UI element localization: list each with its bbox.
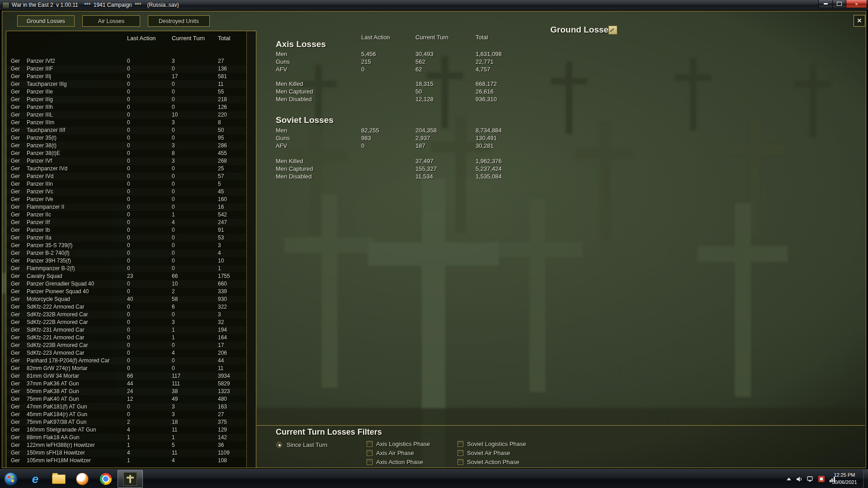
desktop: War in the East 2 v 1.00.11 *** 1941 Cam…: [0, 0, 868, 488]
table-scrollbar[interactable]: [246, 31, 256, 468]
volume-button[interactable]: [796, 476, 803, 483]
axis-losses-heading: Axis Losses: [276, 39, 326, 49]
col-header-last-action: Last Action: [127, 35, 156, 42]
checkbox-label: Soviet Logistics Phase: [467, 441, 526, 447]
table-row: Ger75mm PaK97/38 AT Gun218375: [6, 418, 246, 426]
radio-icon[interactable]: [276, 442, 282, 448]
checkbox-icon[interactable]: [367, 459, 373, 465]
table-row: GerTauchpanzer IVd0025: [6, 165, 246, 173]
summary-row: Men Captured5026,616: [276, 88, 619, 95]
taskbar-apps: e: [24, 469, 143, 488]
antivirus-icon: [818, 476, 825, 482]
table-row: Ger81mm GrW 34 Mortar661173934: [6, 372, 246, 380]
antivirus-tray-button[interactable]: [818, 476, 825, 483]
table-row: Ger45mm PaK184(r) AT Gun0327: [6, 411, 246, 418]
filter-checkbox[interactable]: Axis Logistics Phase: [367, 441, 430, 447]
table-row: GerPanzer IIIF00136: [6, 65, 246, 73]
summary-row: Men82,255204,3588,734,884: [276, 127, 619, 134]
table-row: Ger105mm leFH18M Howitzer14108: [6, 457, 246, 465]
chevron-up-icon: [787, 478, 791, 480]
start-button[interactable]: [4, 472, 18, 486]
checkbox-label: Axis Action Phase: [376, 459, 423, 465]
summary-row: Men5,45630,4931,631,098: [276, 50, 619, 58]
table-row: GerCavalry Squad23661755: [6, 272, 246, 280]
summary-row: Men Captured155,3275,237,424: [276, 165, 619, 173]
summary-header: Last Action Current Turn Total: [276, 33, 619, 41]
checkbox-label: Axis Air Phase: [376, 450, 414, 456]
maximize-icon: [837, 2, 842, 6]
show-desktop-button[interactable]: [863, 469, 868, 488]
checkbox-icon[interactable]: [367, 441, 373, 447]
table-row: GerPanzer IIIL010220: [6, 111, 246, 119]
close-window-button[interactable]: ×: [846, 0, 867, 8]
filter-column-axis: Axis Logistics PhaseAxis Air PhaseAxis A…: [367, 441, 430, 468]
clock-date: 30/06/2021: [827, 479, 862, 486]
speaker-icon: [796, 476, 803, 483]
table-row: Ger47mm PaK181(f) AT Gun03163: [6, 403, 246, 411]
table-row: GerTauchpanzer IIIf0050: [6, 127, 246, 134]
wite2-game-icon: [123, 472, 137, 486]
table-row: GerPanzer 38(t)03286: [6, 142, 246, 150]
summary-row: Men Killed37,4971,962,376: [276, 157, 619, 165]
table-row: GerTauchpanzer IIIg0011: [6, 80, 246, 88]
table-row: GerSdKfz-223B Armored Car0017: [6, 342, 246, 349]
table-row: GerPanzer 39H 735(f)0010: [6, 257, 246, 265]
unit-table-header: Last Action Current Turn Total: [6, 35, 256, 43]
table-row: GerPanzer IIc01542: [6, 211, 246, 219]
file-explorer-button[interactable]: [47, 470, 71, 488]
table-row: GerPanzer Pioneer Squad 4002339: [6, 288, 246, 296]
table-row: GerPanhard 178-P204(f) Armored Car0044: [6, 357, 246, 365]
table-row: GerPanzer Grenadier Squad 40010660: [6, 280, 246, 288]
table-row: GerPanzer IIf04247: [6, 219, 246, 226]
table-row: GerPanzer IVd0057: [6, 173, 246, 180]
summary-row: AFV0624,757: [276, 66, 619, 73]
close-x-icon: ×: [857, 16, 862, 25]
table-row: GerPanzer IIIh00126: [6, 103, 246, 111]
network-button[interactable]: [807, 476, 814, 483]
internet-explorer-button[interactable]: e: [24, 470, 47, 488]
col-header-total: Total: [218, 35, 230, 42]
summary-col-last-action: Last Action: [361, 33, 390, 41]
filter-checkbox[interactable]: Axis Air Phase: [367, 450, 430, 456]
checkbox-icon[interactable]: [367, 450, 373, 456]
table-row: GerPanzer B-2 740(f)004: [6, 249, 246, 257]
filter-radio-since-last-turn[interactable]: Since Last Turn: [276, 441, 327, 448]
checkbox-icon[interactable]: [458, 450, 463, 456]
media-player-button[interactable]: [71, 470, 94, 488]
checkbox-label: Soviet Air Phase: [467, 450, 510, 456]
unit-losses-table: Last Action Current Turn Total GerPanzer…: [6, 31, 256, 468]
minimize-button[interactable]: [818, 0, 833, 8]
table-row: Ger82mm GrW 274(r) Mortar0011: [6, 365, 246, 372]
tab-ground-losses[interactable]: Ground Losses: [17, 15, 75, 27]
soviet-sub: Men Killed37,4971,962,376Men Captured155…: [276, 157, 619, 180]
soviet-losses-heading: Soviet Losses: [276, 115, 334, 125]
table-row: GerPanzer 35-S 739(f)003: [6, 242, 246, 249]
checkbox-icon[interactable]: [458, 441, 463, 447]
radio-dot-icon: [278, 444, 281, 446]
radio-label: Since Last Turn: [287, 441, 327, 448]
checkbox-label: Soviet Action Phase: [467, 459, 519, 465]
tab-air-losses[interactable]: Air Losses: [82, 15, 140, 27]
table-row: Ger160mm Stielgranade AT Gun411129: [6, 426, 246, 434]
filter-checkbox[interactable]: Soviet Action Phase: [458, 459, 526, 465]
filter-checkbox[interactable]: Soviet Air Phase: [458, 450, 526, 456]
table-row: GerSdKfz-222B Armored Car0332: [6, 319, 246, 326]
wite2-taskbar-button[interactable]: [118, 470, 143, 488]
taskbar-clock[interactable]: 12:25 PM 30/06/2021: [827, 471, 862, 486]
chrome-button[interactable]: [94, 470, 118, 488]
filter-checkbox[interactable]: Axis Action Phase: [367, 459, 430, 465]
screen-close-button[interactable]: ×: [854, 15, 865, 27]
maximize-button[interactable]: [832, 0, 846, 8]
window-titlebar[interactable]: War in the East 2 v 1.00.11 *** 1941 Cam…: [0, 0, 868, 10]
tray-expand-button[interactable]: [785, 476, 792, 483]
table-row: GerSdKfz-223 Armored Car04206: [6, 349, 246, 357]
summary-row: Guns9832,937130,491: [276, 134, 619, 142]
table-row: GerPanzer IIIj017581: [6, 73, 246, 80]
table-row: GerFlammpanzer B-2(f)001: [6, 265, 246, 272]
summary-col-current-turn: Current Turn: [415, 33, 448, 41]
checkbox-icon[interactable]: [458, 459, 463, 465]
tab-destroyed-units[interactable]: Destroyed Units: [148, 15, 210, 27]
table-row: GerMotorcycle Squad4058930: [6, 296, 246, 303]
filter-checkbox[interactable]: Soviet Logistics Phase: [458, 441, 526, 447]
filters-divider: [257, 425, 865, 426]
